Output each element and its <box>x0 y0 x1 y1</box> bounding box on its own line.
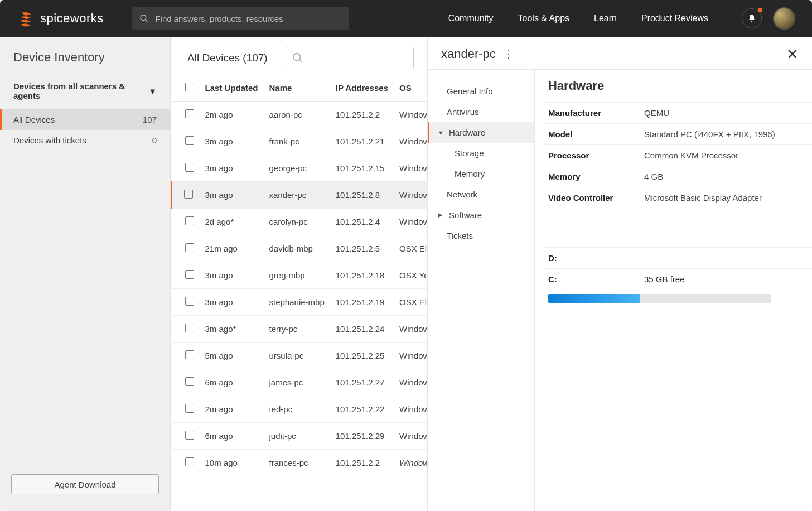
property-row: ModelStandard PC (i440FX + PIIX, 1996) <box>544 123 812 144</box>
cell-updated: 3m ago* <box>200 316 264 343</box>
cell-os: Windows 7 Pr <box>394 343 427 369</box>
row-checkbox[interactable] <box>185 136 194 145</box>
property-value: Common KVM Processor <box>644 151 738 160</box>
row-checkbox[interactable] <box>184 190 193 199</box>
filter-label: All Devices <box>13 115 55 124</box>
device-row[interactable]: 3m ago george-pc 101.251.2.15 Windows 7 … <box>172 155 428 182</box>
detail-nav-item[interactable]: ▼Hardware <box>428 122 534 143</box>
top-nav: spiceworks Community Tools & Apps Learn … <box>0 0 812 37</box>
nav-community[interactable]: Community <box>448 13 494 23</box>
row-checkbox[interactable] <box>185 457 194 466</box>
close-detail-button[interactable]: ✕ <box>786 47 799 61</box>
device-row[interactable]: 3m ago stephanie-mbp 101.251.2.19 OSX El… <box>172 289 428 316</box>
scope-selector[interactable]: Devices from all scanners & agents ▼ <box>0 76 170 109</box>
nav-tools[interactable]: Tools & Apps <box>518 13 570 23</box>
row-checkbox[interactable] <box>185 270 194 279</box>
column-header[interactable]: Last Updated <box>200 75 264 102</box>
row-checkbox[interactable] <box>185 324 194 332</box>
nav-reviews[interactable]: Product Reviews <box>641 13 708 23</box>
cell-name: judit-pc <box>264 423 330 450</box>
disk-letter: C: <box>548 274 644 284</box>
hardware-properties: ManufacturerQEMUModelStandard PC (i440FX… <box>544 102 812 208</box>
detail-nav-item[interactable]: Storage <box>428 143 534 163</box>
device-row[interactable]: 3m ago greg-mbp 101.251.2.18 OSX Yosemit… <box>172 262 428 289</box>
select-all-checkbox[interactable] <box>185 83 194 91</box>
nav-links: Community Tools & Apps Learn Product Rev… <box>448 13 708 23</box>
cell-updated: 2m ago <box>200 396 264 423</box>
detail-nav-label: Storage <box>455 148 484 158</box>
disk-row: D: <box>544 247 812 268</box>
row-checkbox[interactable] <box>185 350 194 359</box>
disk-row: C:35 GB free <box>544 268 812 290</box>
device-row[interactable]: 6m ago judit-pc 101.251.2.29 Windows 7 P… <box>172 423 428 450</box>
nav-learn[interactable]: Learn <box>594 13 617 23</box>
global-search[interactable] <box>132 7 349 30</box>
detail-body: General InfoAntivirus▼HardwareStorageMem… <box>428 70 812 511</box>
detail-menu-button[interactable]: ⋮ <box>504 48 514 60</box>
device-row[interactable]: 21m ago davidb-mbp 101.251.2.5 OSX El Ca… <box>172 235 428 262</box>
row-checkbox[interactable] <box>185 216 194 225</box>
filter-item[interactable]: Devices with tickets0 <box>0 130 170 151</box>
detail-nav-label: Network <box>447 190 477 199</box>
global-search-input[interactable] <box>155 14 341 23</box>
cell-ip: 101.251.2.2 <box>330 102 394 128</box>
device-row[interactable]: 3m ago xander-pc 101.251.2.8 Windows 7 P… <box>172 182 428 209</box>
cell-ip: 101.251.2.18 <box>330 262 394 289</box>
device-row[interactable]: 2m ago aaron-pc 101.251.2.2 Windows 8 Pr <box>172 102 428 128</box>
cell-ip: 101.251.2.24 <box>330 316 394 343</box>
cell-os: Windows 7 Pr <box>394 182 427 209</box>
device-list-header: All Devices (107) <box>171 37 427 75</box>
svg-point-0 <box>141 15 146 21</box>
device-search[interactable] <box>286 47 414 69</box>
cell-os: Windows 7 Pr <box>394 450 427 476</box>
detail-nav-item[interactable]: Tickets <box>428 225 534 246</box>
row-checkbox[interactable] <box>185 404 194 413</box>
detail-nav-item[interactable]: General Info <box>428 81 534 102</box>
brand-logo[interactable]: spiceworks <box>17 9 104 28</box>
row-checkbox[interactable] <box>185 431 194 440</box>
device-row[interactable]: 3m ago* terry-pc 101.251.2.24 Windows 7 … <box>172 316 428 343</box>
detail-nav-item[interactable]: Antivirus <box>428 102 534 122</box>
device-row[interactable]: 3m ago frank-pc 101.251.2.21 Windows 7 P… <box>172 128 428 155</box>
device-row[interactable]: 2d ago* carolyn-pc 101.251.2.4 Windows 7… <box>172 209 428 235</box>
row-checkbox[interactable] <box>185 243 194 252</box>
cell-os: Windows 7 Pr <box>394 369 427 396</box>
filter-item[interactable]: All Devices107 <box>0 109 170 130</box>
device-row[interactable]: 10m ago frances-pc 101.251.2.2 Windows 7… <box>172 450 428 476</box>
caret-down-icon: ▼ <box>438 129 443 136</box>
device-row[interactable]: 5m ago ursula-pc 101.251.2.25 Windows 7 … <box>172 343 428 369</box>
cell-ip: 101.251.2.19 <box>330 289 394 316</box>
cell-name: xander-pc <box>264 182 330 209</box>
detail-nav-item[interactable]: Memory <box>428 163 534 184</box>
cell-updated: 3m ago <box>200 182 264 209</box>
column-header[interactable]: IP Addresses <box>330 75 394 102</box>
detail-nav-item[interactable]: ▶Software <box>428 205 534 225</box>
device-row[interactable]: 6m ago james-pc 101.251.2.27 Windows 7 P… <box>172 369 428 396</box>
cell-os: OSX El Capita <box>394 289 427 316</box>
row-checkbox[interactable] <box>185 297 194 306</box>
detail-panel: xander-pc ⋮ ✕ General InfoAntivirus▼Hard… <box>427 37 812 511</box>
disk-usage-bar <box>548 294 771 303</box>
app-body: Device Inventory Devices from all scanne… <box>0 37 812 511</box>
cell-ip: 101.251.2.5 <box>330 235 394 262</box>
detail-nav-item[interactable]: Network <box>428 184 534 205</box>
row-checkbox[interactable] <box>185 377 194 386</box>
cell-updated: 3m ago <box>200 128 264 155</box>
cell-updated: 6m ago <box>200 369 264 396</box>
device-row[interactable]: 2m ago ted-pc 101.251.2.22 Windows 7 Pr <box>172 396 428 423</box>
user-avatar[interactable] <box>773 7 795 30</box>
property-value: Standard PC (i440FX + PIIX, 1996) <box>644 129 775 139</box>
property-value: QEMU <box>644 108 669 118</box>
detail-main: Hardware ManufacturerQEMUModelStandard P… <box>535 70 812 511</box>
cell-name: carolyn-pc <box>264 209 330 235</box>
cell-name: ursula-pc <box>264 343 330 369</box>
cell-updated: 2d ago* <box>200 209 264 235</box>
notifications-button[interactable] <box>742 8 762 28</box>
row-checkbox[interactable] <box>185 109 194 118</box>
column-header[interactable]: OS <box>394 75 427 102</box>
property-row: ProcessorCommon KVM Processor <box>544 144 812 166</box>
row-checkbox[interactable] <box>185 163 194 172</box>
cell-os: Windows 7 Pr <box>394 128 427 155</box>
agent-download-button[interactable]: Agent Download <box>11 474 159 494</box>
column-header[interactable]: Name <box>264 75 330 102</box>
